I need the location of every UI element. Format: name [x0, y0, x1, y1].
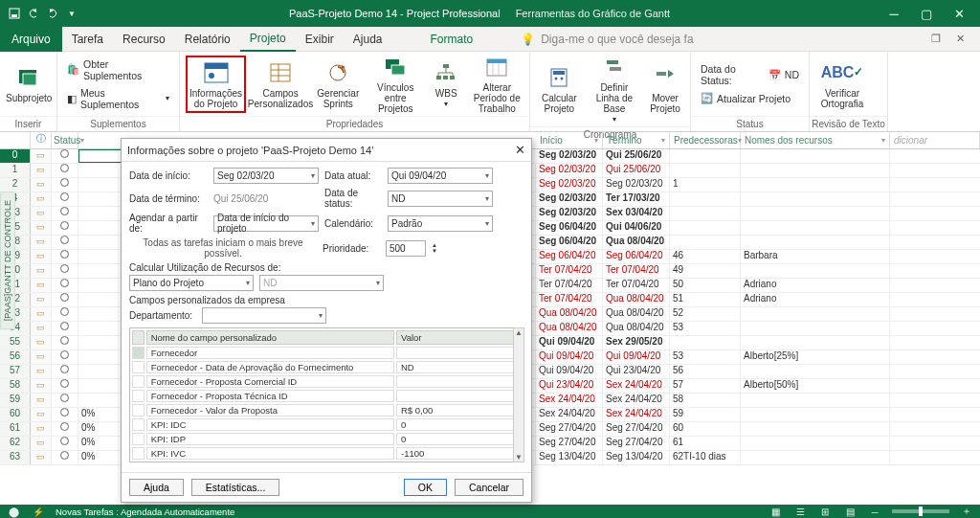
- vinculos-projetos-button[interactable]: Vínculos entre Projetos: [369, 54, 422, 114]
- svg-rect-23: [487, 59, 506, 63]
- svg-rect-1: [11, 14, 17, 17]
- svg-rect-32: [657, 72, 666, 76]
- scrollbar-down-icon[interactable]: ▼: [514, 453, 523, 462]
- calendar-icon: [483, 54, 510, 80]
- wbs-button[interactable]: WBS▾: [430, 59, 463, 109]
- prioridade-input[interactable]: 500: [386, 240, 426, 257]
- ok-button[interactable]: OK: [404, 479, 447, 496]
- data-status-label: Data de status:: [324, 188, 382, 209]
- tab-ajuda[interactable]: Ajuda: [344, 27, 392, 52]
- data-status-input[interactable]: ND▾: [388, 191, 493, 207]
- calendario-input[interactable]: Padrão▾: [388, 215, 493, 232]
- addins-icon: ◧: [67, 93, 77, 104]
- calendario-label: Calendário:: [324, 218, 382, 229]
- data-status-row: Data do Status: 📅 ND: [697, 61, 803, 88]
- file-tab[interactable]: Arquivo: [0, 27, 62, 52]
- sb-zoom-out-icon[interactable]: ─: [867, 507, 882, 517]
- quick-access-toolbar: ▼: [8, 7, 78, 20]
- save-icon[interactable]: [8, 7, 21, 20]
- app-title: PaaS-Projeto Demo 14 - Project Professio…: [289, 8, 501, 19]
- sb-schedule-icon: ⚡: [31, 507, 46, 517]
- qat-dropdown-icon[interactable]: ▼: [65, 7, 78, 20]
- recursos-column-header[interactable]: Nomes dos recursos▾: [741, 132, 890, 148]
- view-side-tab[interactable]: [PAAS]GANTT DE CONTROLE: [0, 191, 15, 329]
- calcular-projeto-button[interactable]: Calcular Projeto: [536, 64, 583, 114]
- plano-projeto-input[interactable]: Plano do Projeto▾: [129, 275, 254, 291]
- undo-icon[interactable]: [27, 7, 40, 20]
- svg-point-6: [209, 73, 214, 79]
- svg-rect-27: [553, 71, 565, 75]
- verificar-ortografia-button[interactable]: ABC✓ Verificar Ortografia: [815, 59, 869, 109]
- data-atual-input[interactable]: Qui 09/04/20▾: [388, 168, 493, 184]
- group-revisao-label: Revisão de Texto: [810, 116, 887, 131]
- atualizar-projeto-button[interactable]: 🔄 Atualizar Projeto: [697, 90, 803, 106]
- calc-utilizacao-label: Calcular Utilização de Recursos de:: [129, 262, 523, 273]
- cancelar-button[interactable]: Cancelar: [455, 479, 523, 496]
- dialog-title: Informações sobre o projeto 'PaaS-Projet…: [127, 145, 373, 156]
- informacoes-projeto-button[interactable]: Informações do Projeto: [186, 56, 246, 113]
- move-project-icon: [652, 64, 679, 91]
- scrollbar-up-icon[interactable]: ▲: [514, 328, 523, 337]
- campos-personalizados-button[interactable]: Campos Personalizados: [254, 59, 307, 109]
- redo-icon[interactable]: [46, 7, 59, 20]
- sb-view-table-icon[interactable]: ☰: [792, 507, 808, 517]
- meus-suplementos-button[interactable]: ◧Meus Suplementos ▾: [63, 85, 173, 112]
- tab-relatorio[interactable]: Relatório: [175, 27, 240, 52]
- data-inicio-label: Data de início:: [129, 170, 208, 181]
- departamento-input[interactable]: ▾: [202, 307, 326, 324]
- svg-rect-5: [205, 63, 228, 69]
- spinner-down-icon[interactable]: ▼: [432, 248, 437, 254]
- sb-zoom-in-icon[interactable]: ＋: [959, 506, 974, 518]
- tellme-search[interactable]: 💡 Diga-me o que você deseja fa: [521, 33, 693, 46]
- date-icon: 📅: [768, 69, 781, 81]
- tab-exibir[interactable]: Exibir: [296, 27, 344, 52]
- subprojeto-button[interactable]: Subprojeto: [6, 64, 52, 103]
- tab-tarefa[interactable]: Tarefa: [62, 27, 113, 52]
- data-inicio-input[interactable]: Seg 02/03/20▾: [213, 168, 319, 184]
- ajuda-button[interactable]: Ajuda: [129, 479, 184, 496]
- window-control-icon[interactable]: ❐: [931, 33, 941, 45]
- mover-projeto-button[interactable]: Mover Projeto: [646, 64, 684, 114]
- minimize-icon[interactable]: ─: [880, 0, 907, 27]
- predecessoras-column-header[interactable]: Predecessoras▾: [670, 132, 741, 148]
- maximize-icon[interactable]: ▢: [913, 0, 940, 27]
- add-column-header[interactable]: dicionar: [890, 132, 980, 148]
- nd-input[interactable]: ND▾: [259, 275, 384, 291]
- custom-fields-table[interactable]: Nome do campo personalizadoValor Fornece…: [129, 327, 523, 462]
- obter-suplementos-button[interactable]: 🛍️Obter Suplementos: [63, 56, 173, 83]
- close-icon[interactable]: ✕: [946, 0, 972, 27]
- statusbar-text: Novas Tarefas : Agendada Automaticamente: [56, 507, 234, 517]
- inicio-column-header[interactable]: Início▾: [536, 132, 603, 148]
- calculator-icon: [546, 64, 572, 91]
- estatisticas-button[interactable]: Estatísticas...: [191, 479, 279, 496]
- zoom-slider[interactable]: [892, 509, 949, 513]
- group-inserir-label: Inserir: [0, 116, 56, 131]
- svg-rect-14: [443, 64, 449, 68]
- sb-view-gantt-icon[interactable]: ▦: [768, 507, 783, 517]
- gerenciar-sprints-button[interactable]: Gerenciar Sprints: [315, 59, 361, 109]
- svg-rect-15: [436, 76, 441, 79]
- close-subwindow-icon[interactable]: ✕: [956, 33, 965, 45]
- tab-formato[interactable]: Formato: [421, 27, 483, 52]
- sprints-icon: [324, 59, 351, 86]
- termino-column-header[interactable]: Término▾: [603, 132, 670, 148]
- status-column-header[interactable]: Status▾: [52, 132, 78, 148]
- tab-recurso[interactable]: Recurso: [113, 27, 175, 52]
- tab-projeto[interactable]: Projeto: [240, 27, 296, 52]
- agendar-input[interactable]: Data de início do projeto▾: [213, 215, 319, 232]
- indicator-column-header[interactable]: ⓘ: [31, 132, 52, 148]
- svg-rect-7: [271, 64, 290, 81]
- group-suplementos-label: Suplementos: [57, 116, 179, 131]
- contextual-tab-title: Ferramentas do Gráfico de Gantt: [516, 8, 670, 19]
- departamento-label: Departamento:: [129, 310, 196, 321]
- sb-view-network-icon[interactable]: ⊞: [817, 507, 833, 517]
- definir-linha-base-button[interactable]: Definir Linha de Base▾: [590, 54, 638, 124]
- group-propriedades-label: Propriedades: [180, 116, 529, 131]
- links-icon: [382, 54, 409, 80]
- sb-view-calendar-icon[interactable]: ▤: [842, 507, 858, 517]
- alterar-periodo-button[interactable]: Alterar Período de Trabalho: [471, 54, 523, 114]
- update-icon: 🔄: [701, 92, 713, 104]
- custom-fields-icon: [267, 59, 294, 86]
- svg-rect-3: [23, 74, 36, 85]
- dialog-close-icon[interactable]: ✕: [515, 143, 525, 157]
